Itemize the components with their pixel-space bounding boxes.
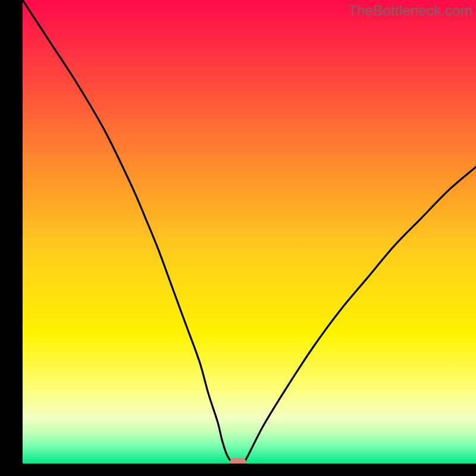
plot-area [23, 0, 476, 464]
optimal-point-marker [230, 458, 246, 464]
plot-svg [23, 0, 476, 464]
chart-frame: TheBottleneck.com [0, 0, 476, 476]
watermark-text: TheBottleneck.com [348, 2, 472, 19]
